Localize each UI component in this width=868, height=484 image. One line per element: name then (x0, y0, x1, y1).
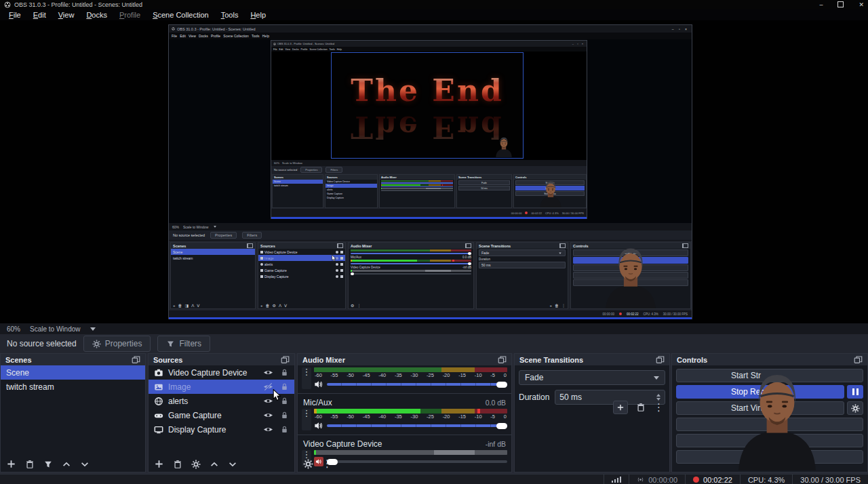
remove-scene-button[interactable] (25, 460, 35, 469)
pause-recording-button[interactable] (847, 385, 863, 399)
volume-slider[interactable] (327, 424, 507, 427)
mixer-options-icon[interactable]: ⋮ (302, 367, 311, 389)
sources-panel: Sources Video Capture Device Image (148, 353, 295, 472)
visibility-eye-icon[interactable] (263, 396, 273, 406)
lock-icon[interactable] (280, 425, 289, 434)
menu-profile[interactable]: Profile (113, 11, 146, 19)
scenes-title: Scenes (5, 356, 32, 364)
stream-timer: 00:00:00 (629, 475, 685, 484)
remove-source-button[interactable] (173, 460, 182, 469)
scale-mode[interactable]: Scale to Window (30, 325, 80, 333)
visibility-eye-icon[interactable] (263, 410, 273, 420)
scene-item-twitch-stream[interactable]: twitch stream (1, 380, 145, 394)
visibility-eye-icon[interactable] (263, 424, 273, 435)
spinner-arrows[interactable] (656, 394, 660, 401)
scene-transitions-panel: Scene Transitions Fade Duration 50 ms ⋮ (514, 353, 670, 472)
move-scene-up-button[interactable] (62, 460, 71, 469)
nested-zoom-bar: 60%Scale to Window (169, 223, 692, 230)
chevron-down-icon[interactable] (90, 327, 96, 331)
volume-slider[interactable] (327, 383, 507, 386)
volume-slider[interactable] (327, 460, 507, 463)
menu-tools[interactable]: Tools (215, 11, 245, 19)
virtual-camera-settings-button[interactable] (847, 401, 863, 415)
nested-docks: Scenes Scene twitch stream +🗑◨ᐱᐯ Sources… (169, 241, 692, 310)
track-db: -inf dB (486, 440, 506, 448)
track-db: 0.0 dB (486, 399, 506, 407)
facecam-person-mini (590, 243, 671, 309)
mixer-options-icon[interactable]: ⋮ (302, 409, 311, 430)
controls-title: Controls (677, 356, 707, 364)
gear-icon (92, 340, 101, 348)
popout-icon[interactable] (281, 355, 290, 364)
menu-scene-collection[interactable]: Scene Collection (146, 11, 215, 19)
menu-edit[interactable]: Edit (27, 11, 52, 19)
menu-help[interactable]: Help (244, 11, 272, 19)
popout-icon[interactable] (656, 355, 665, 364)
cursor-mini (332, 255, 336, 262)
volume-meter (314, 450, 507, 455)
advanced-audio-gear-icon[interactable] (303, 459, 313, 469)
close-button[interactable]: ✕ (859, 1, 864, 8)
nested-source-toolbar: No source selected Properties Filters (169, 230, 692, 240)
popout-icon[interactable] (498, 355, 507, 364)
source-row-game-capture[interactable]: Game Capture (149, 408, 294, 422)
sources-title: Sources (153, 356, 182, 364)
minimize-button[interactable]: – (819, 1, 823, 8)
record-dot-icon (693, 477, 699, 483)
program-preview[interactable]: OBS 31.0.3 - Profile: Untitled - Scenes:… (0, 20, 868, 323)
track-name: Video Capture Device (303, 439, 382, 449)
nested-docks-level2: Scenes Scenetwitch stream Sources Video … (271, 174, 587, 209)
mouse-cursor (273, 389, 281, 401)
scene-item-scene[interactable]: Scene (1, 365, 145, 380)
facecam-person-overlay (713, 366, 841, 470)
transition-select[interactable]: Fade (519, 370, 665, 385)
speaker-icon[interactable] (314, 421, 323, 430)
add-scene-button[interactable] (6, 459, 16, 469)
signal-bars-icon (612, 477, 622, 483)
meter-scale: -60-55-50-45-40-35-30-25-20-15-10-50 (315, 414, 507, 420)
visibility-eye-icon[interactable] (263, 367, 273, 378)
menu-file[interactable]: File (3, 11, 27, 19)
scenes-panel: Scenes Scene twitch stream (0, 353, 146, 472)
filters-button[interactable]: Filters (157, 336, 210, 352)
gamepad-icon (154, 411, 163, 420)
move-scene-down-button[interactable] (80, 460, 90, 469)
visibility-eye-off-icon[interactable] (263, 382, 273, 392)
add-transition-button[interactable] (613, 401, 628, 414)
transitions-title: Scene Transitions (519, 356, 583, 364)
menu-view[interactable]: View (52, 11, 81, 19)
window-titlebar: OBS 31.0.3 - Profile: Untitled - Scenes:… (0, 0, 868, 9)
speaker-icon[interactable] (314, 380, 323, 389)
remove-transition-button[interactable] (636, 403, 646, 412)
audio-mixer-panel: Audio Mixer ⋮ -60-55-50-45-40-35-30-25-2… (297, 353, 512, 472)
network-status (604, 475, 629, 484)
obs-application-window: OBS 31.0.3 - Profile: Untitled - Scenes:… (0, 0, 868, 484)
add-source-button[interactable] (154, 459, 164, 469)
record-timer: 00:02:22 (685, 475, 740, 484)
mixer-menu-icon[interactable]: ⋮ (322, 459, 332, 469)
properties-button[interactable]: Properties (83, 336, 151, 352)
nested-canvas: The End The End (271, 52, 587, 160)
move-source-up-button[interactable] (210, 460, 219, 469)
source-row-video-capture-device[interactable]: Video Capture Device (149, 365, 294, 380)
nested-preview: OBS 31.0.3 - Profile: Untitled - Scenes:… (169, 39, 692, 223)
menu-docks[interactable]: Docks (80, 11, 113, 19)
browser-icon (154, 397, 163, 406)
scene-filters-button[interactable] (43, 460, 53, 469)
popout-icon[interactable] (854, 355, 863, 364)
lock-icon[interactable] (280, 368, 289, 377)
filters-icon (166, 340, 175, 348)
transition-menu-icon[interactable]: ⋮ (654, 403, 664, 413)
captured-obs-window-level2: OBS 31.0.3 - Profile: Untitled - Scenes:… (271, 40, 587, 219)
nested-titlebar: OBS 31.0.3 - Profile: Untitled - Scenes:… (169, 25, 692, 33)
zoom-level: 60% (7, 325, 20, 333)
facecam-person-micro (536, 176, 565, 208)
display-icon (154, 425, 163, 435)
popout-icon[interactable] (132, 355, 140, 364)
source-properties-button[interactable] (191, 460, 201, 469)
source-row-display-capture[interactable]: Display Capture (149, 422, 294, 437)
maximize-button[interactable] (837, 1, 844, 7)
lock-icon[interactable] (280, 411, 289, 420)
fps-indicator: 30.00 / 30.00 FPS (792, 475, 868, 484)
move-source-down-button[interactable] (228, 460, 237, 469)
